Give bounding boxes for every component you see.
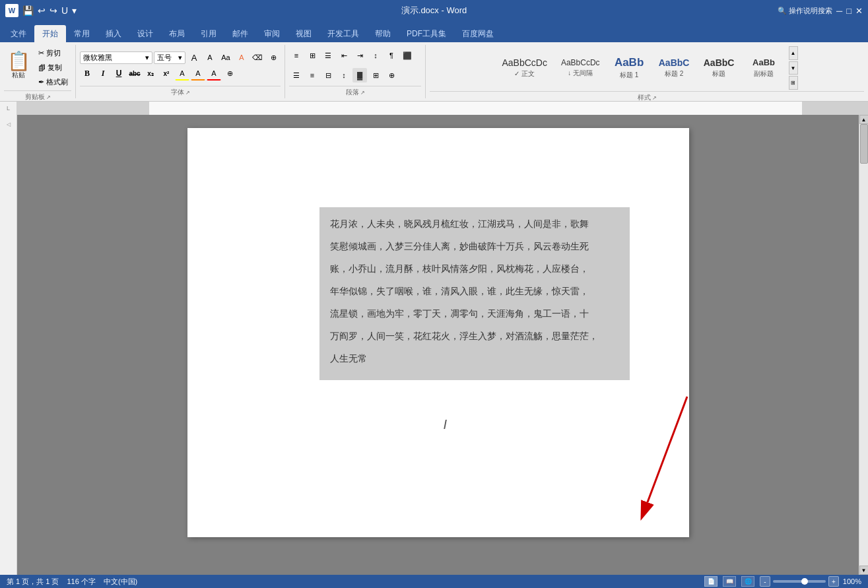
tab-baidu[interactable]: 百度网盘 bbox=[454, 25, 502, 42]
zoom-in-btn[interactable]: + bbox=[828, 576, 839, 587]
font-group: 微软雅黑 ▾ 五号 ▾ A A Aa A ⌫ ⊕ B I bbox=[76, 45, 285, 98]
multilevel-btn[interactable]: ☰ bbox=[321, 48, 335, 63]
copy-label: 复制 bbox=[48, 63, 62, 73]
strikethrough-button[interactable]: abc bbox=[127, 66, 142, 81]
tab-review[interactable]: 审阅 bbox=[256, 25, 288, 42]
font-grow-btn[interactable]: A bbox=[187, 50, 201, 65]
clipboard-expand-icon[interactable]: ↗ bbox=[46, 94, 51, 100]
font-extra2-btn[interactable]: ⊕ bbox=[222, 66, 237, 81]
view-print-btn[interactable]: 📄 bbox=[704, 576, 718, 587]
right-scrollbar[interactable]: ▲ ▼ bbox=[859, 115, 868, 575]
clear-format-btn[interactable]: ⌫ bbox=[250, 50, 265, 65]
show-formatting-btn[interactable]: ¶ bbox=[384, 48, 399, 63]
left-panel-marker: ◁ bbox=[7, 121, 11, 127]
tab-insert[interactable]: 插入 bbox=[98, 25, 129, 42]
close-btn[interactable]: ✕ bbox=[855, 6, 863, 16]
sort-btn[interactable]: ↕ bbox=[368, 48, 383, 63]
font-name-selector[interactable]: 微软雅黑 ▾ bbox=[80, 51, 152, 64]
undo-btn[interactable]: ↩ bbox=[38, 5, 46, 16]
copy-button[interactable]: 🗐 复制 bbox=[35, 61, 71, 75]
cut-button[interactable]: ✂ 剪切 bbox=[35, 46, 71, 60]
change-case-btn[interactable]: Aa bbox=[218, 50, 233, 65]
tab-mail[interactable]: 邮件 bbox=[224, 25, 256, 42]
numbering-btn[interactable]: ⊞ bbox=[305, 48, 319, 63]
font-color-btn[interactable]: A bbox=[207, 66, 221, 81]
cut-label: 剪切 bbox=[46, 48, 61, 58]
style-no-spacing[interactable]: AaBbCcDc ↓ 无间隔 bbox=[555, 46, 606, 90]
paste-button[interactable]: 📋 粘贴 bbox=[4, 49, 33, 87]
shading-btn[interactable]: ▓ bbox=[352, 68, 367, 82]
tab-common[interactable]: 常用 bbox=[66, 25, 98, 42]
tab-help[interactable]: 帮助 bbox=[367, 25, 399, 42]
scroll-up-btn[interactable]: ▲ bbox=[859, 115, 869, 124]
decrease-indent-btn[interactable]: ⇤ bbox=[337, 48, 351, 63]
ruler[interactable] bbox=[17, 102, 868, 115]
font-extra-btn[interactable]: ⊕ bbox=[266, 50, 281, 65]
tab-design[interactable]: 设计 bbox=[129, 25, 161, 42]
style-normal[interactable]: AaBbCcDc ✓ 正文 bbox=[496, 46, 552, 90]
font-size-selector[interactable]: 五号 ▾ bbox=[154, 51, 185, 64]
tab-view[interactable]: 视图 bbox=[288, 25, 319, 42]
text-effects-btn[interactable]: A bbox=[234, 50, 249, 65]
styles-scroll-up[interactable]: ▲ bbox=[789, 46, 798, 60]
zoom-slider-thumb[interactable] bbox=[801, 578, 808, 585]
tab-pdf[interactable]: PDF工具集 bbox=[399, 25, 454, 42]
styles-scroll-down[interactable]: ▼ bbox=[789, 61, 798, 75]
underline-quick-btn[interactable]: U bbox=[61, 5, 68, 16]
align-left-btn[interactable]: ⬛ bbox=[400, 48, 415, 63]
align-center-btn[interactable]: ☰ bbox=[289, 68, 304, 82]
view-web-btn[interactable]: 🌐 bbox=[741, 576, 754, 587]
borders-btn[interactable]: ⊞ bbox=[368, 68, 383, 82]
font-color-bg-btn[interactable]: A bbox=[175, 66, 189, 81]
style-heading[interactable]: AaBbC 标题 bbox=[698, 46, 741, 90]
subscript-button[interactable]: x₂ bbox=[143, 66, 158, 81]
bold-button[interactable]: B bbox=[80, 66, 94, 81]
document-page[interactable]: 花月浓，人未央，晓风残月梳红妆，江湖戎马，人间是非，歌舞 笑慰倾城画，入梦三分佳… bbox=[187, 128, 689, 537]
scrollbar-track[interactable] bbox=[859, 124, 869, 566]
style-heading2[interactable]: AaBbC 标题 2 bbox=[653, 46, 696, 90]
search-box[interactable]: 🔍 操作说明搜索 bbox=[778, 6, 832, 16]
font-shrink-btn[interactable]: A bbox=[203, 50, 217, 65]
format-painter-icon: ✒ bbox=[38, 78, 44, 86]
increase-indent-btn[interactable]: ⇥ bbox=[352, 48, 367, 63]
zoom-slider[interactable] bbox=[773, 580, 826, 583]
tab-home[interactable]: 开始 bbox=[34, 25, 66, 42]
styles-expand-icon[interactable]: ↗ bbox=[652, 95, 657, 101]
view-read-btn[interactable]: 📖 bbox=[723, 576, 736, 587]
line-spacing-btn[interactable]: ↕ bbox=[337, 68, 351, 82]
tab-file[interactable]: 文件 bbox=[3, 25, 34, 42]
scroll-area[interactable]: 花月浓，人未央，晓风残月梳红妆，江湖戎马，人间是非，歌舞 笑慰倾城画，入梦三分佳… bbox=[17, 115, 859, 575]
ribbon: 📋 粘贴 ✂ 剪切 🗐 复制 ✒ 格式刷 剪贴板 ↗ bbox=[0, 42, 868, 102]
scrollbar-thumb[interactable] bbox=[860, 124, 868, 164]
tab-references[interactable]: 引用 bbox=[193, 25, 224, 42]
redo-btn[interactable]: ↪ bbox=[50, 5, 57, 16]
highlight-color-btn[interactable]: A bbox=[191, 66, 205, 81]
paragraph-expand-icon[interactable]: ↗ bbox=[360, 90, 365, 96]
styles-expand[interactable]: ⊞ bbox=[789, 76, 798, 90]
bullets-btn[interactable]: ≡ bbox=[289, 48, 304, 63]
minimize-btn[interactable]: ─ bbox=[836, 6, 842, 16]
style-sub-heading-preview: AaBb bbox=[752, 57, 775, 68]
style-no-spacing-label: ↓ 无间隔 bbox=[568, 69, 593, 78]
tab-developer[interactable]: 开发工具 bbox=[319, 25, 367, 42]
align-right-btn[interactable]: ≡ bbox=[305, 68, 319, 82]
text-cursor: I bbox=[444, 417, 448, 432]
tab-layout[interactable]: 布局 bbox=[161, 25, 193, 42]
scroll-down-btn[interactable]: ▼ bbox=[859, 566, 869, 575]
word-count: 116 个字 bbox=[67, 577, 95, 587]
style-sub-heading[interactable]: AaBb 副标题 bbox=[743, 46, 785, 90]
format-painter-button[interactable]: ✒ 格式刷 bbox=[35, 75, 71, 89]
doc-line-6: 万阎罗，人间一笑，花红花火，浮生入梦，对酒流觞，思量茫茫， bbox=[330, 327, 619, 346]
italic-button[interactable]: I bbox=[96, 66, 110, 81]
zoom-out-btn[interactable]: - bbox=[760, 576, 770, 587]
restore-btn[interactable]: □ bbox=[846, 6, 851, 16]
window-title: 演示.docx - Word bbox=[401, 5, 467, 16]
customize-quick-access[interactable]: ▾ bbox=[72, 5, 77, 16]
underline-button[interactable]: U bbox=[112, 66, 126, 81]
font-expand-icon[interactable]: ↗ bbox=[185, 90, 190, 96]
style-heading1[interactable]: AaBb 标题 1 bbox=[608, 46, 651, 90]
justify-btn[interactable]: ⊟ bbox=[321, 68, 335, 82]
save-quick-btn[interactable]: 💾 bbox=[22, 5, 34, 16]
para-extra-btn[interactable]: ⊕ bbox=[384, 68, 399, 82]
superscript-button[interactable]: x² bbox=[159, 66, 174, 81]
